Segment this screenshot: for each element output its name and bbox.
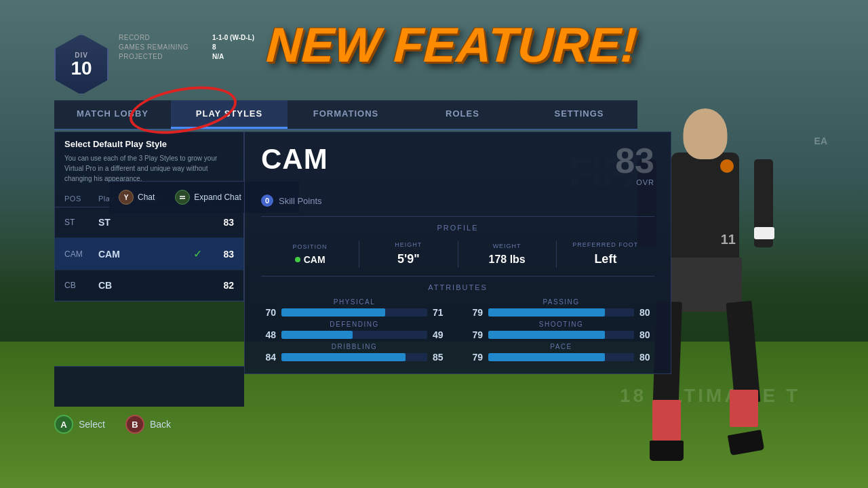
expand-icon (179, 194, 186, 201)
defending-bar-wrap (281, 331, 427, 339)
jersey-num: 11 (721, 232, 736, 247)
attr-defending: DEFENDING 48 49 (261, 321, 448, 340)
pace-label: PACE (468, 343, 654, 350)
select-label: Select (79, 419, 105, 430)
record-label: RECORD (119, 34, 207, 41)
player-ovr-area: 83 OVR (615, 143, 654, 186)
projected-label: PROJECTED (119, 53, 207, 60)
profile-weight: WEIGHT 178 lbs (458, 240, 556, 268)
height-label: HEIGHT (365, 241, 452, 248)
div-badge: DIV 10 (54, 34, 108, 95)
shooting-bar-wrap (488, 331, 634, 339)
pos-cam: CAM (64, 249, 98, 259)
right-panel: CAM 83 OVR 0 Skill Points PROFILE POSITI… (244, 131, 671, 374)
attr-shooting: SHOOTING 79 80 (468, 321, 654, 340)
left-panel: Select Default Play Style You can use ea… (54, 131, 244, 302)
div-shield: DIV 10 (54, 34, 108, 95)
dribbling-left: 84 (261, 352, 276, 363)
jersey-badge (720, 159, 734, 173)
shooting-bar-fill (488, 331, 605, 339)
player-torso: 11 (671, 152, 739, 261)
defending-left: 48 (261, 329, 276, 340)
foot-label: PREFERRED FOOT (562, 241, 649, 248)
projected-value: N/A (212, 53, 224, 60)
a-button[interactable]: A (54, 415, 73, 434)
svg-rect-0 (180, 196, 185, 197)
expand-chat-control[interactable]: Expand Chat (175, 190, 241, 205)
dribbling-bar-fill (281, 353, 406, 361)
pace-right: 80 (639, 352, 654, 363)
shooting-bar-row: 79 80 (468, 329, 654, 340)
chat-control[interactable]: Y Chat (119, 190, 155, 205)
dribbling-right: 85 (433, 352, 448, 363)
b-button[interactable]: B (125, 415, 144, 434)
player-wristband (754, 227, 774, 239)
shooting-label: SHOOTING (468, 321, 654, 328)
passing-label: PASSING (468, 298, 654, 306)
physical-left: 70 (261, 307, 276, 318)
style-row-cam[interactable]: CAM CAM ✓ 83 (55, 238, 243, 270)
player-ovr-num: 83 (615, 143, 654, 178)
new-feature-title: NEW FEATURE! (266, 20, 639, 69)
tab-formations[interactable]: FORMATIONS (288, 100, 404, 129)
name-cam: CAM (98, 249, 193, 260)
stats-panel: RECORD 1-1-0 (W-D-L) GAMES REMAINING 8 P… (119, 34, 254, 62)
passing-bar-row: 79 80 (468, 307, 654, 318)
height-value: 5'9" (365, 252, 452, 266)
skill-icon: 0 (261, 195, 273, 207)
tab-settings[interactable]: SETTINGS (521, 100, 637, 129)
profile-height: HEIGHT 5'9" (359, 239, 457, 269)
record-row: RECORD 1-1-0 (W-D-L) (119, 34, 254, 41)
back-label: Back (150, 419, 171, 430)
div-number: 10 (71, 59, 92, 78)
games-label: GAMES REMAINING (119, 43, 207, 51)
profile-position: POSITION CAM (261, 241, 359, 268)
dribbling-bar-wrap (281, 353, 427, 361)
passing-right: 80 (639, 307, 654, 318)
col-pos: POS (64, 195, 98, 203)
physical-label: PHYSICAL (261, 298, 448, 306)
tab-roles[interactable]: ROLES (404, 100, 521, 129)
expand-btn (175, 190, 190, 205)
passing-bar-fill (488, 308, 605, 317)
attributes-section: ATTRIBUTES PHYSICAL 70 71 PASSING 79 (245, 277, 671, 373)
attr-passing: PASSING 79 80 (468, 298, 654, 318)
dribbling-bar-row: 84 85 (261, 352, 448, 363)
record-value: 1-1-0 (W-D-L) (212, 34, 254, 41)
player-position-big: CAM (261, 143, 328, 176)
check-icon-cam: ✓ (193, 247, 214, 260)
name-st: ST (98, 217, 193, 228)
action-bar: A Select B Back (0, 415, 868, 434)
games-value: 8 (212, 43, 216, 51)
games-row: GAMES REMAINING 8 (119, 43, 254, 51)
pace-bar-row: 79 80 (468, 352, 654, 363)
attributes-title: ATTRIBUTES (261, 283, 654, 291)
position-value-row: CAM (267, 254, 353, 265)
position-label: POSITION (267, 243, 353, 250)
profile-section: PROFILE POSITION CAM HEIGHT 5'9" WEIGHT … (245, 217, 671, 276)
passing-left: 79 (468, 307, 483, 318)
physical-right: 71 (433, 307, 448, 318)
physical-bar-fill (281, 308, 385, 317)
defending-bar-row: 48 49 (261, 329, 448, 340)
skill-points-row: 0 Skill Points (245, 195, 671, 216)
chat-label: Chat (138, 192, 155, 202)
pace-left: 79 (468, 352, 483, 363)
attr-grid: PHYSICAL 70 71 PASSING 79 80 (261, 298, 654, 363)
dribbling-label: DRIBBLING (261, 343, 448, 350)
pos-st: ST (64, 218, 98, 227)
style-row-cb[interactable]: CB CB 82 (55, 270, 243, 301)
foot-value: Left (562, 252, 649, 266)
skill-pts-label: Skill Points (279, 196, 322, 206)
select-action[interactable]: A Select (54, 415, 105, 434)
ovr-cam: 83 (214, 249, 234, 260)
physical-bar-wrap (281, 308, 427, 317)
passing-bar-wrap (488, 308, 634, 317)
name-cb: CB (98, 280, 193, 291)
pace-bar-wrap (488, 353, 634, 361)
defending-right: 49 (433, 329, 448, 340)
shooting-right: 80 (639, 329, 654, 340)
attr-pace: PACE 79 80 (468, 343, 654, 363)
projected-row: PROJECTED N/A (119, 53, 254, 60)
back-action[interactable]: B Back (125, 415, 171, 434)
